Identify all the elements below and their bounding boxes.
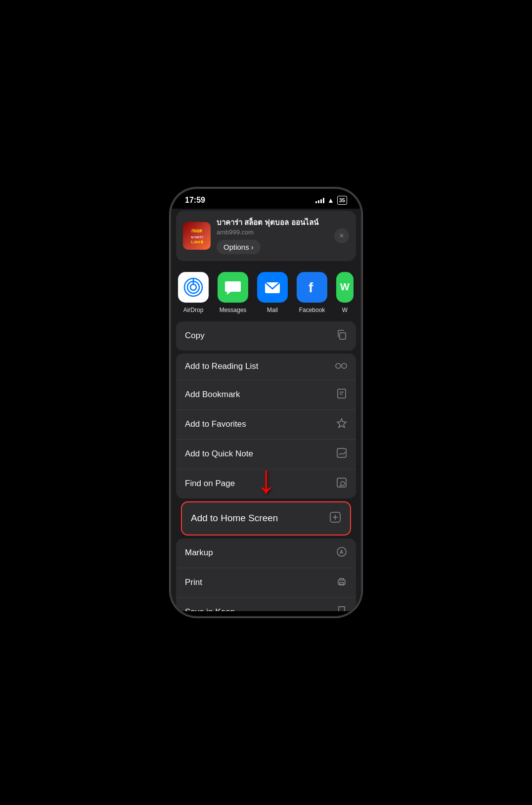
svg-text:A: A	[340, 549, 343, 555]
mail-label: Mail	[267, 307, 278, 313]
svg-text:f: f	[309, 280, 313, 295]
site-thumbnail: กพอต นากกว่า 1,000฿	[183, 222, 211, 250]
notch	[234, 189, 298, 203]
svg-point-7	[336, 363, 341, 368]
favorites-item[interactable]: Add to Favorites	[176, 410, 356, 440]
apps-row: AirDrop Messages	[171, 264, 361, 321]
svg-point-15	[341, 482, 345, 486]
airdrop-icon	[178, 272, 209, 303]
status-time: 17:59	[185, 196, 205, 205]
wifi-icon: ▲	[327, 196, 334, 204]
action-list: Copy Add to	[171, 321, 361, 612]
find-on-page-item[interactable]: Find on Page	[176, 469, 356, 498]
action-group-2: Add to Reading List Add Bookmark	[176, 354, 356, 498]
mail-icon	[257, 272, 288, 303]
share-header-info: บาคาร่า สล็อต ฟุตบอล ออนไลน์ amb999.com …	[217, 218, 328, 254]
copy-icon	[336, 329, 347, 343]
print-item[interactable]: Print	[176, 568, 356, 598]
svg-line-16	[340, 485, 341, 487]
markup-item[interactable]: Markup A	[176, 538, 356, 568]
svg-rect-23	[340, 582, 344, 585]
favorites-icon	[336, 418, 347, 431]
partial-app-label: W	[342, 307, 348, 313]
app-item-airdrop[interactable]: AirDrop	[178, 272, 209, 313]
app-item-mail[interactable]: Mail	[257, 272, 288, 313]
save-in-keep-item[interactable]: Save in Keep	[176, 598, 356, 612]
signal-icon	[315, 197, 324, 203]
highlighted-wrapper: ↓ Add to Home Screen	[181, 501, 351, 536]
find-on-page-icon	[336, 477, 347, 491]
copy-item[interactable]: Copy	[176, 321, 356, 351]
site-title: บาคาร่า สล็อต ฟุตบอล ออนไลน์	[217, 218, 328, 227]
messages-label: Messages	[220, 307, 247, 313]
site-url: amb999.com	[217, 228, 328, 236]
svg-point-8	[342, 363, 347, 368]
print-icon	[336, 576, 347, 589]
bookmark-icon	[336, 388, 347, 402]
reading-list-icon	[335, 361, 347, 372]
quick-note-icon	[336, 447, 347, 461]
facebook-label: Facebook	[299, 307, 325, 313]
markup-icon: A	[336, 546, 347, 560]
action-group-3: Markup A Print	[176, 538, 356, 612]
svg-rect-6	[340, 333, 346, 339]
partial-app-icon: W	[336, 272, 354, 303]
add-home-icon	[329, 511, 341, 526]
status-icons: ▲ 35	[315, 196, 347, 205]
options-button[interactable]: Options ›	[217, 240, 261, 254]
share-header: กพอต นากกว่า 1,000฿ บาคาร่า สล็อต ฟุตบอล…	[176, 211, 356, 261]
phone-frame: 17:59 ▲ 35	[170, 187, 362, 618]
app-item-partial[interactable]: W W	[336, 272, 354, 313]
app-item-messages[interactable]: Messages	[218, 272, 248, 313]
screen: 17:59 ▲ 35	[171, 189, 361, 616]
reading-list-item[interactable]: Add to Reading List	[176, 354, 356, 380]
svg-rect-9	[338, 389, 346, 398]
phone-wrapper: 17:59 ▲ 35	[160, 180, 372, 625]
airdrop-label: AirDrop	[183, 307, 204, 313]
app-item-facebook[interactable]: f Facebook	[297, 272, 327, 313]
quick-note-item[interactable]: Add to Quick Note	[176, 440, 356, 469]
facebook-icon: f	[297, 272, 327, 303]
share-sheet: กพอต นากกว่า 1,000฿ บาคาร่า สล็อต ฟุตบอล…	[171, 209, 361, 611]
messages-icon	[218, 272, 248, 303]
svg-marker-12	[337, 419, 346, 428]
add-to-home-screen-item[interactable]: Add to Home Screen	[181, 501, 351, 536]
svg-point-2	[190, 284, 196, 290]
action-group-1: Copy	[176, 321, 356, 351]
close-button[interactable]: ×	[334, 228, 349, 243]
keep-icon	[336, 606, 347, 612]
add-bookmark-item[interactable]: Add Bookmark	[176, 380, 356, 410]
battery-icon: 35	[337, 196, 347, 205]
